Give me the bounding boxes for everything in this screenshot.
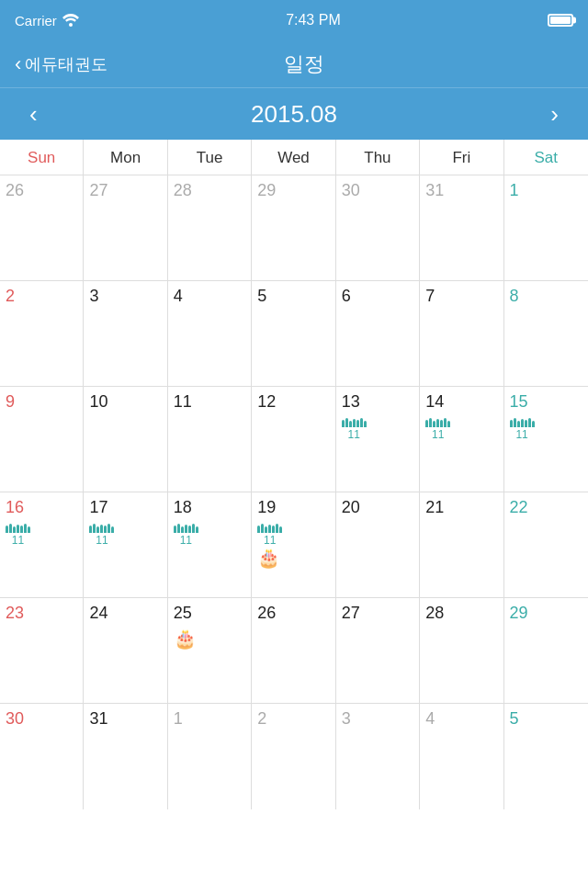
event-count: 11 xyxy=(432,428,444,441)
cal-cell[interactable]: 1311 xyxy=(336,387,420,492)
cal-cell[interactable]: 25🎂 xyxy=(168,598,252,704)
day-number: 5 xyxy=(510,709,519,728)
wifi-icon xyxy=(62,14,79,27)
cal-cell[interactable]: 29 xyxy=(252,175,335,281)
day-number: 30 xyxy=(342,181,360,199)
cal-cell[interactable]: 12 xyxy=(252,387,335,492)
day-number: 3 xyxy=(89,287,98,305)
event-block: 11🎂 xyxy=(257,522,329,567)
day-number: 28 xyxy=(425,604,444,622)
day-number: 25 xyxy=(174,604,192,622)
month-nav: ‹ 2015.08 › xyxy=(0,88,588,140)
cal-cell[interactable]: 5 xyxy=(252,281,335,387)
month-label: 2015.08 xyxy=(251,100,337,129)
grass-event-icon: 11 xyxy=(89,524,114,547)
cal-cell[interactable]: 3 xyxy=(84,281,167,387)
grass-event-icon: 11 xyxy=(6,524,30,547)
day-number: 31 xyxy=(89,709,107,728)
cal-cell[interactable]: 28 xyxy=(420,598,503,704)
day-number: 29 xyxy=(510,604,528,622)
cal-cell[interactable]: 1 xyxy=(504,175,588,281)
day-number: 30 xyxy=(6,709,24,728)
back-button[interactable]: ‹ 에듀태권도 xyxy=(15,52,107,76)
cal-cell[interactable]: 9 xyxy=(0,387,84,492)
event-block: 11 xyxy=(342,416,413,441)
cake-event-icon: 🎂 xyxy=(174,629,197,648)
cal-cell[interactable]: 1911🎂 xyxy=(252,492,335,598)
event-block: 11 xyxy=(510,416,582,441)
cal-cell[interactable]: 1711 xyxy=(84,492,167,598)
cal-cell[interactable]: 1811 xyxy=(168,492,252,598)
svg-point-0 xyxy=(69,23,73,27)
event-count: 11 xyxy=(180,534,192,547)
grass-event-icon: 11 xyxy=(257,524,282,547)
event-block: 11 xyxy=(89,522,161,547)
nav-bar: ‹ 에듀태권도 일정 xyxy=(0,40,588,88)
grass-event-icon: 11 xyxy=(174,524,198,547)
status-bar: Carrier 7:43 PM xyxy=(0,0,588,40)
cal-cell[interactable]: 1411 xyxy=(420,387,503,492)
day-number: 20 xyxy=(342,498,360,516)
cal-cell[interactable]: 27 xyxy=(336,598,420,704)
cal-cell[interactable]: 6 xyxy=(336,281,420,387)
day-number: 1 xyxy=(174,709,183,728)
event-block: 11 xyxy=(425,416,497,441)
cal-grid: 2627282930311234567891011121311141115111… xyxy=(0,175,588,809)
cal-cell[interactable]: 3 xyxy=(336,704,420,809)
day-number: 4 xyxy=(174,287,183,305)
cal-cell[interactable]: 31 xyxy=(84,704,167,809)
dow-thu: Thu xyxy=(336,140,420,175)
day-number: 17 xyxy=(89,498,107,516)
cal-cell[interactable]: 11 xyxy=(168,387,252,492)
day-number: 13 xyxy=(342,392,360,411)
cal-cell[interactable]: 7 xyxy=(420,281,503,387)
cal-cell[interactable]: 26 xyxy=(252,598,335,704)
day-number: 27 xyxy=(89,181,107,199)
cake-event-icon: 🎂 xyxy=(257,548,280,567)
day-number: 14 xyxy=(425,392,444,411)
cal-cell[interactable]: 27 xyxy=(84,175,167,281)
day-number: 8 xyxy=(510,287,519,305)
cal-cell[interactable]: 10 xyxy=(84,387,167,492)
next-month-button[interactable]: › xyxy=(543,93,566,136)
day-number: 9 xyxy=(6,392,15,411)
cal-cell[interactable]: 5 xyxy=(504,704,588,809)
day-number: 2 xyxy=(6,287,15,305)
cal-cell[interactable]: 30 xyxy=(0,704,84,809)
cal-cell[interactable]: 31 xyxy=(420,175,503,281)
day-number: 6 xyxy=(342,287,351,305)
day-number: 26 xyxy=(257,604,276,622)
day-number: 12 xyxy=(257,392,276,411)
cal-cell[interactable]: 2 xyxy=(0,281,84,387)
battery-icon xyxy=(548,14,573,27)
cal-cell[interactable]: 21 xyxy=(420,492,503,598)
cal-cell[interactable]: 1611 xyxy=(0,492,84,598)
cal-cell[interactable]: 1 xyxy=(168,704,252,809)
cal-cell[interactable]: 8 xyxy=(504,281,588,387)
cal-cell[interactable]: 22 xyxy=(504,492,588,598)
cal-cell[interactable]: 29 xyxy=(504,598,588,704)
event-count: 11 xyxy=(348,428,360,441)
cal-cell[interactable]: 4 xyxy=(420,704,503,809)
cal-cell[interactable]: 26 xyxy=(0,175,84,281)
day-number: 15 xyxy=(510,392,528,411)
dow-sun: Sun xyxy=(0,140,84,175)
day-number: 10 xyxy=(89,392,107,411)
cal-cell[interactable]: 30 xyxy=(336,175,420,281)
dow-wed: Wed xyxy=(252,140,335,175)
status-time: 7:43 PM xyxy=(286,12,341,28)
cal-cell[interactable]: 4 xyxy=(168,281,252,387)
cal-cell[interactable]: 24 xyxy=(84,598,167,704)
dow-tue: Tue xyxy=(168,140,252,175)
cal-cell[interactable]: 20 xyxy=(336,492,420,598)
day-number: 22 xyxy=(510,498,528,516)
day-number: 18 xyxy=(174,498,192,516)
carrier-label: Carrier xyxy=(15,13,57,28)
grass-event-icon: 11 xyxy=(342,418,367,441)
cal-cell[interactable]: 1511 xyxy=(504,387,588,492)
prev-month-button[interactable]: ‹ xyxy=(22,93,45,136)
cal-cell[interactable]: 2 xyxy=(252,704,335,809)
cal-cell[interactable]: 28 xyxy=(168,175,252,281)
cal-cell[interactable]: 23 xyxy=(0,598,84,704)
day-number: 26 xyxy=(6,181,24,199)
